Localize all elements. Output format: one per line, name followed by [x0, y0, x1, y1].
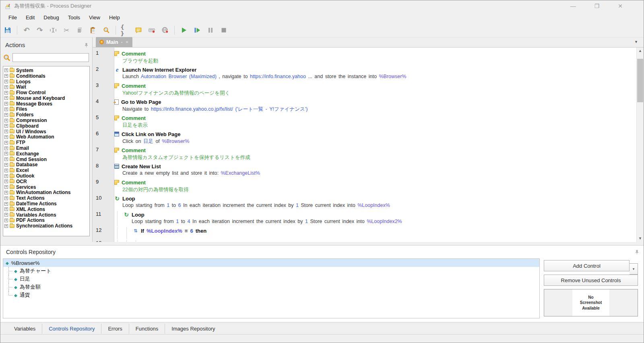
braces-icon[interactable]: { }	[120, 25, 130, 35]
expand-icon[interactable]: +	[4, 107, 8, 111]
menu-item-view[interactable]: View	[85, 13, 104, 22]
actions-category[interactable]: +Services	[4, 184, 89, 190]
scroll-down-icon[interactable]: ▼	[637, 235, 644, 242]
expand-icon[interactable]: +	[4, 135, 8, 139]
actions-category[interactable]: +Database	[4, 162, 89, 168]
pin-icon[interactable]	[85, 43, 88, 48]
search-icon[interactable]	[101, 25, 111, 35]
expand-icon[interactable]: +	[4, 152, 8, 155]
step-row[interactable]: 2eLaunch New Internet ExplorerLaunch Aut…	[93, 65, 636, 81]
step-row[interactable]: 1Commentブラウザを起動	[93, 49, 636, 65]
bottom-tab-controls-repository[interactable]: Controls Repository	[42, 324, 101, 334]
expand-icon[interactable]: +	[4, 224, 8, 228]
actions-category[interactable]: +Synchronization Actions	[4, 223, 89, 229]
add-control-dropdown[interactable]: ▾	[630, 263, 638, 275]
horizontal-splitter[interactable]	[0, 242, 644, 245]
step-row[interactable]: 13⇅If %LoopIndex2% = 2 then	[93, 239, 636, 242]
menu-item-debug[interactable]: Debug	[39, 13, 63, 22]
macro-recorder-icon[interactable]	[147, 25, 157, 35]
step-row[interactable]: 8Create New ListCreate a new empty list …	[93, 162, 636, 178]
menu-item-help[interactable]: Help	[105, 13, 124, 22]
actions-category[interactable]: +Clipboard	[4, 123, 89, 129]
vertical-scrollbar[interactable]: ▲ ▼	[636, 48, 644, 242]
actions-category[interactable]: +Folders	[4, 112, 89, 118]
cut-icon[interactable]: ✂	[62, 25, 71, 35]
expand-icon[interactable]: +	[4, 147, 8, 150]
expand-icon[interactable]: +	[4, 119, 8, 122]
run-debug-icon[interactable]	[192, 25, 202, 35]
control-tree-item[interactable]: ◆為替チャート	[3, 267, 539, 275]
expand-icon[interactable]: +	[4, 157, 8, 161]
add-control-button[interactable]: Add Control	[544, 260, 630, 271]
copy-icon[interactable]	[75, 25, 85, 35]
control-tree-item[interactable]: ◆%Browser%	[3, 259, 539, 267]
stop-icon[interactable]	[219, 25, 229, 35]
expand-icon[interactable]: +	[4, 163, 8, 167]
menu-item-edit[interactable]: Edit	[22, 13, 39, 22]
actions-category[interactable]: +FTP	[4, 140, 89, 145]
step-row[interactable]: 4Go to Web PageNavigate to https://info.…	[93, 97, 636, 114]
actions-category[interactable]: +WinAutomation Actions	[4, 190, 89, 196]
step-row[interactable]: 9Comment22個の対円の為替情報を取得	[93, 178, 636, 194]
tab-close-icon[interactable]: ✕	[125, 40, 129, 44]
step-row[interactable]: 7Comment為替情報カスタムオブジェクトを保持するリストを作成	[93, 146, 636, 162]
remove-unused-controls-button[interactable]: Remove Unused Controls	[544, 275, 638, 286]
expand-icon[interactable]: +	[4, 102, 8, 105]
actions-category[interactable]: +Message Boxes	[4, 101, 89, 107]
paste-icon[interactable]	[88, 25, 98, 35]
expand-icon[interactable]: +	[4, 185, 8, 189]
actions-category[interactable]: +Compression	[4, 118, 89, 123]
actions-category[interactable]: +System	[4, 68, 89, 73]
expand-icon[interactable]: +	[4, 85, 8, 89]
actions-category[interactable]: +PDF Actions	[4, 218, 89, 223]
actions-category[interactable]: +Web Automation	[4, 134, 89, 140]
expand-icon[interactable]: +	[4, 130, 8, 133]
expand-icon[interactable]: +	[4, 219, 8, 222]
expand-icon[interactable]: +	[4, 96, 8, 100]
control-tree-item[interactable]: ◆為替金額	[3, 283, 539, 291]
tab-list-dropdown-icon[interactable]: ▼	[634, 40, 638, 44]
save-icon[interactable]	[3, 25, 12, 35]
control-tree-item[interactable]: ◆通貨	[3, 291, 539, 299]
menu-item-file[interactable]: File	[4, 13, 21, 22]
redo-icon[interactable]: ↷	[35, 25, 45, 35]
run-icon[interactable]	[179, 25, 189, 35]
actions-category[interactable]: +UI / Windows	[4, 129, 89, 134]
expand-icon[interactable]: +	[4, 180, 8, 183]
actions-category[interactable]: +XML Actions	[4, 207, 89, 212]
actions-category[interactable]: +Loops	[4, 79, 89, 85]
pause-icon[interactable]	[206, 25, 215, 35]
actions-category[interactable]: +Outlook	[4, 173, 89, 179]
pin-icon[interactable]	[635, 250, 639, 254]
tab-main[interactable]: Main ▪ ✕	[96, 37, 132, 47]
tab-pin-icon[interactable]: ▪	[121, 40, 123, 44]
expand-icon[interactable]: +	[4, 196, 8, 200]
actions-category[interactable]: +DateTime Actions	[4, 201, 89, 207]
bottom-tab-variables[interactable]: Variables	[8, 324, 42, 334]
add-comment-icon[interactable]	[134, 25, 143, 35]
step-row[interactable]: 6Click Link on Web PageClick on 日足 of %B…	[93, 130, 636, 146]
expand-icon[interactable]: +	[4, 191, 8, 194]
actions-search-input[interactable]	[12, 53, 89, 62]
expand-icon[interactable]: +	[4, 207, 8, 211]
actions-category[interactable]: +Conditionals	[4, 73, 89, 79]
minimize-button[interactable]: —	[568, 3, 578, 9]
expand-icon[interactable]: +	[4, 113, 8, 117]
rename-icon[interactable]	[48, 25, 58, 35]
expand-icon[interactable]: +	[4, 141, 8, 145]
bottom-tab-functions[interactable]: Functions	[129, 324, 165, 334]
expand-icon[interactable]: +	[4, 68, 8, 72]
expand-icon[interactable]: +	[4, 80, 8, 83]
actions-category[interactable]: +Mouse and Keyboard	[4, 95, 89, 101]
actions-category[interactable]: +Cmd Session	[4, 157, 89, 162]
actions-category[interactable]: +Text Actions	[4, 195, 89, 201]
close-button[interactable]: ✕	[615, 3, 625, 9]
expand-icon[interactable]: +	[4, 169, 8, 172]
actions-category[interactable]: +Email	[4, 145, 89, 151]
scrollbar-thumb[interactable]	[637, 59, 643, 102]
scroll-up-icon[interactable]: ▲	[637, 48, 644, 54]
undo-icon[interactable]: ↶	[22, 25, 31, 35]
actions-category[interactable]: +Files	[4, 107, 89, 112]
expand-icon[interactable]: +	[4, 124, 8, 128]
actions-category[interactable]: +Wait	[4, 84, 89, 90]
